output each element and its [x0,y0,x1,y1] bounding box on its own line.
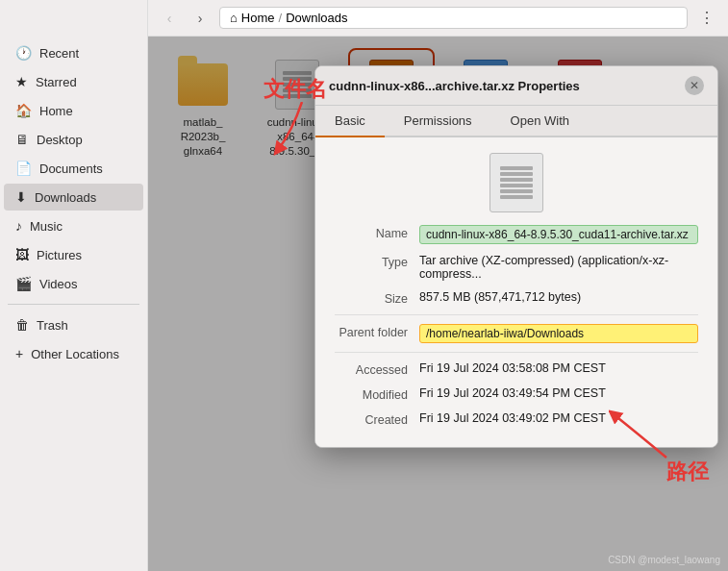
sidebar-item-recent[interactable]: 🕐 Recent [4,39,143,66]
back-icon: ‹ [167,11,172,26]
prop-type-row: Type Tar archive (XZ-compressed) (applic… [335,249,698,286]
recent-icon: 🕐 [15,45,32,61]
sidebar-item-trash[interactable]: 🗑 Trash [4,311,143,338]
dialog-file-preview [335,153,698,212]
sidebar-item-label: Pictures [37,248,82,262]
menu-icon: ⋮ [699,9,715,27]
sidebar-item-label: Home [39,104,73,118]
sidebar-item-other-locations[interactable]: + Other Locations [4,340,143,367]
home-icon: 🏠 [15,103,32,118]
home-breadcrumb-icon: ⌂ [230,11,238,25]
sidebar-item-label: Music [30,219,63,234]
created-value: Fri 19 Jul 2024 03:49:02 PM CEST [419,411,698,425]
dialog-title-bar: cudnn-linux-x86...archive.tar.xz Propert… [315,66,717,106]
parent-value[interactable]: /home/nearlab-iiwa/Downloads [419,324,698,343]
breadcrumb-folder[interactable]: Downloads [286,11,347,25]
breadcrumb-separator: / [279,11,283,25]
sidebar-item-label: Recent [39,46,79,61]
downloads-icon: ⬇ [15,189,27,205]
toolbar: ‹ › ⌂ Home / Downloads ⋮ [148,0,728,37]
documents-icon: 📄 [15,161,32,176]
size-label: Size [335,290,419,306]
videos-icon: 🎬 [15,276,32,291]
size-value: 857.5 MB (857,471,712 bytes) [419,290,698,304]
prop-divider2 [335,352,698,353]
prop-divider [335,314,698,315]
sidebar-item-videos[interactable]: 🎬 Videos [4,270,143,297]
music-icon: ♪ [15,218,22,234]
name-label: Name [335,225,419,240]
properties-dialog: cudnn-linux-x86...archive.tar.xz Propert… [314,65,718,448]
accessed-value: Fri 19 Jul 2024 03:58:08 PM CEST [419,361,698,375]
modified-value: Fri 19 Jul 2024 03:49:54 PM CEST [419,386,698,400]
type-value: Tar archive (XZ-compressed) (application… [419,254,698,281]
pictures-icon: 🖼 [15,247,29,262]
other-locations-icon: + [15,346,23,361]
annotation-path: 路径 [666,459,709,484]
dialog-body: Name cudnn-linux-x86_64-8.9.5.30_cuda11-… [315,137,717,447]
forward-button[interactable]: › [188,7,212,30]
name-value[interactable]: cudnn-linux-x86_64-8.9.5.30_cuda11-archi… [419,225,698,244]
sidebar-item-music[interactable]: ♪ Music [4,212,143,239]
sidebar-item-documents[interactable]: 📄 Documents [4,155,143,182]
modified-label: Modified [335,386,419,402]
sidebar-item-label: Desktop [37,133,83,147]
tab-basic[interactable]: Basic [315,106,385,137]
starred-icon: ★ [15,74,28,89]
prop-accessed-row: Accessed Fri 19 Jul 2024 03:58:08 PM CES… [335,357,698,382]
sidebar-item-downloads[interactable]: ⬇ Downloads [4,184,143,211]
tab-permissions[interactable]: Permissions [385,106,491,137]
file-grid: matlab_R2023b_glnxa64 cudnn-linux-x86_64… [148,37,728,571]
type-label: Type [335,254,419,269]
preview-icon [490,153,543,212]
trash-icon: 🗑 [15,317,29,333]
sidebar-item-pictures[interactable]: 🖼 Pictures [4,241,143,268]
breadcrumb: ⌂ Home / Downloads [219,7,688,29]
prop-modified-row: Modified Fri 19 Jul 2024 03:49:54 PM CES… [335,382,698,407]
prop-parent-row: Parent folder /home/nearlab-iiwa/Downloa… [335,319,698,348]
prop-size-row: Size 857.5 MB (857,471,712 bytes) [335,286,698,310]
dialog-close-button[interactable]: ✕ [685,76,704,95]
parent-label: Parent folder [335,324,419,339]
sidebar-divider [8,304,139,305]
sidebar-item-starred[interactable]: ★ Starred [4,68,143,95]
sidebar-item-desktop[interactable]: 🖥 Desktop [4,126,143,153]
dialog-overlay: cudnn-linux-x86...archive.tar.xz Propert… [148,37,728,571]
dialog-tabs: Basic Permissions Open With [315,106,717,137]
dialog-title: cudnn-linux-x86...archive.tar.xz Propert… [329,79,580,93]
prop-created-row: Created Fri 19 Jul 2024 03:49:02 PM CEST [335,407,698,432]
back-button[interactable]: ‹ [158,7,181,30]
sidebar-item-label: Videos [39,277,78,291]
breadcrumb-home[interactable]: Home [241,11,275,25]
accessed-label: Accessed [335,361,419,377]
sidebar-item-label: Downloads [35,190,96,205]
sidebar-item-label: Documents [39,161,103,176]
sidebar-item-label: Starred [36,75,77,89]
sidebar: 🕐 Recent ★ Starred 🏠 Home 🖥 Desktop 📄 Do… [0,0,148,571]
sidebar-item-home[interactable]: 🏠 Home [4,97,143,124]
main-content: ‹ › ⌂ Home / Downloads ⋮ matlab_R2023b_g… [148,0,728,571]
prop-name-row: Name cudnn-linux-x86_64-8.9.5.30_cuda11-… [335,220,698,249]
desktop-icon: 🖥 [15,132,29,147]
tab-open-with[interactable]: Open With [491,106,589,137]
forward-icon: › [198,11,203,26]
sidebar-item-label: Other Locations [31,347,119,361]
watermark: CSDN @modest_laowang [608,555,720,565]
sidebar-item-label: Trash [37,318,68,333]
menu-button[interactable]: ⋮ [695,7,718,30]
created-label: Created [335,411,419,427]
